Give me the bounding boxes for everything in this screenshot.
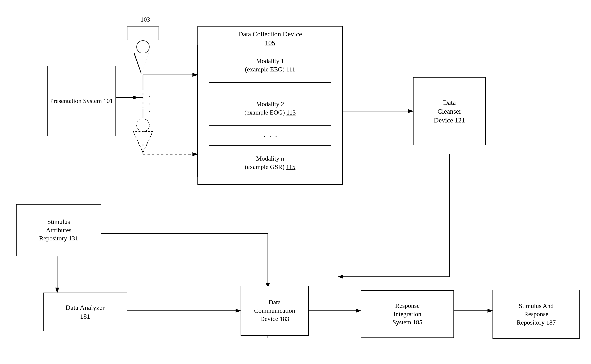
data-collection-device-label: Data Collection Device 105: [200, 29, 340, 47]
svg-marker-27: [133, 131, 153, 153]
presentation-system-label: Presentation System 101: [50, 97, 113, 105]
stimulus-response-box: Stimulus AndResponseRepository 187: [492, 290, 580, 338]
data-analyzer-box: Data Analyzer181: [43, 292, 127, 331]
dots-middle: · · ·: [263, 131, 278, 142]
transducer2-circle: [136, 119, 150, 132]
dots-left-channel: · · ·: [144, 95, 155, 115]
transducer1-circle: [136, 40, 150, 53]
data-communication-box: DataCommunicationDevice 183: [241, 286, 309, 336]
bracket-label: 103: [136, 15, 154, 24]
transducer2-triangle: [133, 131, 153, 153]
transducer1-triangle-inner: [135, 53, 149, 73]
stimulus-attributes-box: StimulusAttributesRepository 131: [16, 204, 101, 256]
modalityn-box: Modality n(example GSR) 115: [209, 145, 331, 180]
diagram: Presentation System 101 103 Data Collect…: [0, 0, 591, 364]
response-integration-box: ResponseIntegrationSystem 185: [361, 290, 454, 338]
modality1-box: Modality 1(example EEG) 111: [209, 48, 331, 83]
data-cleanser-box: DataCleanserDevice 121: [413, 77, 486, 145]
modality2-box: Modality 2(example EOG) 113: [209, 91, 331, 126]
presentation-system-box: Presentation System 101: [47, 66, 115, 136]
